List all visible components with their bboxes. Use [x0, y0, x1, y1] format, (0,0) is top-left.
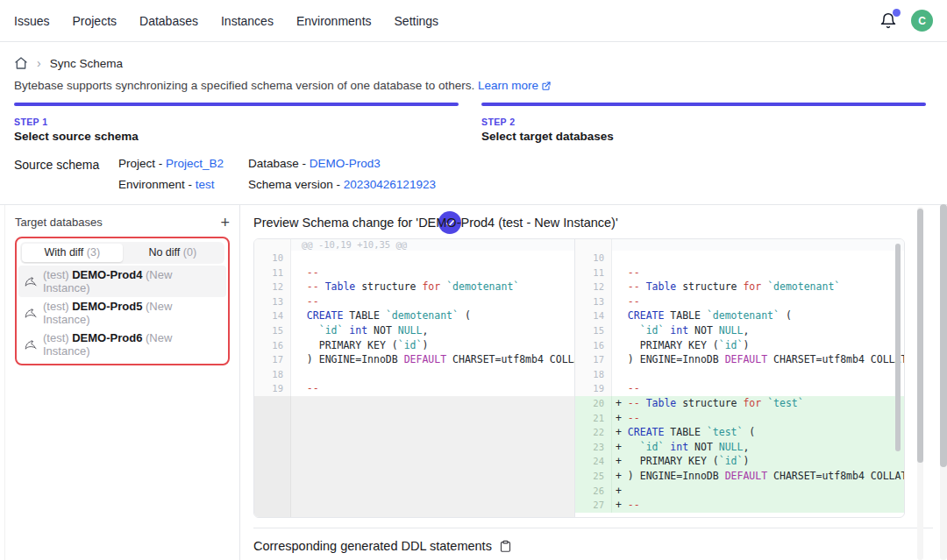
nav-item-issues[interactable]: Issues — [14, 14, 49, 28]
db-env: (test) — [43, 331, 72, 344]
diff-pane-source: @@ -10,19 +10,35 @@ 10 11 --12 -- Table … — [254, 239, 575, 517]
target-section: Target databases + With diff (3) No diff… — [0, 204, 947, 560]
step-1: STEP 1 Select source schema — [14, 103, 459, 143]
learn-more-link[interactable]: Learn more — [478, 79, 538, 92]
nav-item-instances[interactable]: Instances — [221, 14, 274, 28]
step-2: STEP 2 Select target databases — [481, 103, 926, 143]
field-schema-version-name: Schema version - — [248, 178, 344, 191]
avatar[interactable]: C — [911, 10, 933, 32]
step-2-bar — [481, 103, 926, 106]
db-item-text: (test) DEMO-Prod6 (New Instance) — [43, 331, 220, 358]
diff-line: 19 -- — [254, 381, 574, 396]
diff-line: 17 ) ENGINE=InnoDB DEFAULT CHARSET=utf8m… — [254, 352, 574, 367]
clipboard-icon[interactable] — [499, 539, 512, 553]
external-link-icon[interactable] — [541, 81, 552, 91]
field-project: Project - Project_B2 — [118, 157, 248, 170]
tab-with-diff-label: With diff — [44, 246, 86, 259]
diff-line: 19 -- — [575, 381, 904, 396]
mysql-icon — [25, 276, 38, 287]
target-database-item-demo-prod4[interactable]: (test) DEMO-Prod4 (New Instance) — [18, 266, 226, 297]
tab-no-diff-label: No diff — [148, 246, 182, 259]
diff-line: 13 -- — [575, 294, 904, 309]
diff-line: 18 — [254, 367, 574, 382]
diff-line: 26+ — [575, 484, 904, 499]
nav-item-databases[interactable]: Databases — [139, 14, 198, 28]
source-schema-fields: Project - Project_B2 Database - DEMO-Pro… — [118, 157, 436, 191]
environment-link[interactable]: test — [196, 178, 215, 191]
preview-title: Preview Schema change for 'DEMO-Prod4 (t… — [253, 216, 947, 230]
schema-diff-viewer: @@ -10,19 +10,35 @@ 10 11 --12 -- Table … — [253, 238, 905, 518]
diff-line: 14 CREATE TABLE `demotenant` ( — [575, 308, 904, 323]
mysql-icon — [25, 339, 38, 351]
field-database-name: Database - — [248, 157, 310, 170]
tab-no-diff[interactable]: No diff (0) — [123, 244, 224, 262]
db-name: DEMO-Prod5 — [72, 300, 142, 313]
field-database: Database - DEMO-Prod3 — [248, 157, 436, 170]
stepper: STEP 1 Select source schema STEP 2 Selec… — [0, 92, 947, 143]
intro-text: Bytebase supports synchronizing a specif… — [0, 70, 947, 92]
db-name: DEMO-Prod4 — [72, 268, 142, 281]
diff-line: 24+ PRIMARY KEY (`id`) — [575, 454, 904, 469]
diff-line: 27+ -- — [575, 498, 904, 513]
diff-line: 15 `id` int NOT NULL, — [254, 323, 574, 338]
nav-item-environments[interactable]: Environments — [296, 14, 372, 28]
tab-no-diff-count: (0) — [183, 246, 196, 259]
diff-line: 23+ `id` int NOT NULL, — [575, 440, 904, 455]
mysql-icon — [25, 308, 38, 319]
nav-item-settings[interactable]: Settings — [395, 14, 439, 28]
diff-line: 25+ ) ENGINE=InnoDB DEFAULT CHARSET=utf8… — [575, 469, 904, 484]
diff-target-lines: 10 11 --12 -- Table structure for `demot… — [575, 251, 904, 513]
database-link[interactable]: DEMO-Prod3 — [310, 157, 381, 170]
preview-panel: Preview Schema change for 'DEMO-Prod4 (t… — [240, 205, 947, 560]
diff-line: 18 — [575, 367, 904, 382]
diff-line: 16 PRIMARY KEY (`id`) — [575, 338, 904, 353]
chevron-right-icon: › — [37, 57, 41, 69]
diff-line: 11 -- — [575, 266, 904, 280]
home-icon[interactable] — [14, 56, 28, 70]
diff-filter-tabs: With diff (3) No diff (0) — [20, 242, 224, 264]
nav-right: C — [879, 10, 933, 32]
diff-source-filler — [254, 396, 574, 517]
add-target-database-button[interactable]: + — [220, 216, 230, 229]
nav-item-projects[interactable]: Projects — [72, 14, 117, 28]
diff-line: 12 -- Table structure for `demotenant` — [575, 280, 904, 294]
diff-hunk-header-text: @@ -10,19 +10,35 @@ — [291, 239, 574, 251]
sync-schema-page: Issues Projects Databases Instances Envi… — [0, 0, 947, 560]
tab-with-diff[interactable]: With diff (3) — [22, 244, 123, 262]
schema-version-link[interactable]: 20230426121923 — [344, 178, 436, 191]
target-database-item-demo-prod5[interactable]: (test) DEMO-Prod5 (New Instance) — [18, 297, 226, 329]
target-database-item-demo-prod6[interactable]: (test) DEMO-Prod6 (New Instance) — [18, 329, 226, 360]
project-link[interactable]: Project_B2 — [166, 157, 224, 170]
nav-items: Issues Projects Databases Instances Envi… — [14, 14, 438, 28]
tab-with-diff-count: (3) — [87, 246, 100, 259]
notification-dot — [893, 9, 901, 17]
diff-line: 20+ -- Table structure for `test` — [575, 396, 904, 411]
target-databases-title: Target databases — [15, 216, 103, 229]
db-item-text: (test) DEMO-Prod4 (New Instance) — [43, 268, 220, 294]
step-1-bar — [14, 103, 459, 106]
ddl-title: Corresponding generated DDL statements — [253, 539, 492, 553]
diff-hunk-header-empty — [575, 239, 904, 251]
field-schema-version: Schema version - 20230426121923 — [248, 178, 436, 191]
diff-line: 22+ CREATE TABLE `test` ( — [575, 425, 904, 440]
target-databases-panel: Target databases + With diff (3) No diff… — [4, 205, 240, 560]
source-schema-label: Source schema — [14, 157, 118, 191]
preview-scrollbar[interactable] — [917, 209, 923, 463]
diff-line: 13 -- — [254, 294, 574, 309]
step-2-label: STEP 2 — [481, 117, 926, 127]
diff-line: 16 PRIMARY KEY (`id`) — [254, 338, 574, 353]
diff-line: 10 — [254, 251, 574, 266]
db-item-text: (test) DEMO-Prod5 (New Instance) — [43, 300, 220, 326]
diff-scrollbar[interactable] — [895, 244, 901, 451]
breadcrumb-page-title: Sync Schema — [50, 57, 123, 70]
breadcrumb: › Sync Schema — [0, 42, 947, 70]
db-env: (test) — [43, 300, 72, 313]
target-databases-highlight-box: With diff (3) No diff (0) (test) DEMO-Pr… — [15, 237, 230, 365]
step-1-label: STEP 1 — [14, 117, 459, 127]
field-project-name: Project - — [118, 157, 166, 170]
notifications-button[interactable] — [879, 11, 897, 31]
page-scrollbar[interactable] — [940, 204, 947, 467]
diff-line: 12 -- Table structure for `demotenant` — [254, 280, 574, 294]
db-name: DEMO-Prod6 — [72, 331, 142, 344]
diff-pane-target: 10 11 --12 -- Table structure for `demot… — [575, 239, 904, 517]
